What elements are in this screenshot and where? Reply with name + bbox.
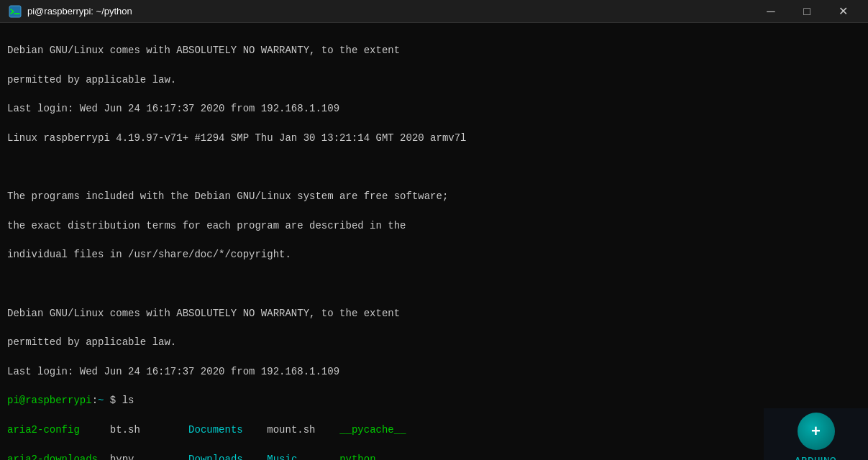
terminal-line-blank2	[7, 277, 861, 291]
terminal-line-2: permitted by applicable law.	[7, 73, 861, 87]
terminal-line-blank1	[7, 160, 861, 175]
terminal-body[interactable]: Debian GNU/Linux comes with ABSOLUTELY N…	[0, 23, 868, 460]
titlebar-title: pi@raspberrypi: ~/python	[27, 6, 132, 17]
terminal-ls-row2: aria2-downloads bypy Downloads Music pyt…	[7, 452, 861, 460]
arduino-logo: + ARDUINO 中文社区	[764, 408, 868, 460]
terminal-ls-row1: aria2-config bt.sh Documents mount.sh __…	[7, 423, 861, 437]
terminal-line-6: the exact distribution terms for each pr…	[7, 218, 861, 233]
terminal-prompt-ls: pi@raspberrypi:~ $ ls	[7, 393, 861, 408]
terminal-line-1: Debian GNU/Linux comes with ABSOLUTELY N…	[7, 43, 861, 58]
titlebar-controls: ─ □ ✕	[754, 0, 859, 23]
minimize-button[interactable]: ─	[754, 0, 787, 23]
terminal-line-5: The programs included with the Debian GN…	[7, 189, 861, 203]
arduino-circle: +	[798, 413, 835, 450]
arduino-brand: ARDUINO	[795, 456, 836, 460]
close-button[interactable]: ✕	[826, 0, 859, 23]
arduino-plus: +	[811, 422, 821, 441]
terminal-line-7: individual files in /usr/share/doc/*/cop…	[7, 247, 861, 262]
terminal-line-4: Linux raspberrypi 4.19.97-v71+ #1294 SMP…	[7, 131, 861, 145]
terminal-line-3: Last login: Wed Jun 24 16:17:37 2020 fro…	[7, 101, 861, 116]
terminal-line-9: permitted by applicable law.	[7, 335, 861, 349]
terminal-icon	[9, 5, 22, 18]
titlebar-left: pi@raspberrypi: ~/python	[9, 5, 132, 18]
maximize-button[interactable]: □	[790, 0, 823, 23]
terminal-line-10: Last login: Wed Jun 24 16:17:37 2020 fro…	[7, 364, 861, 379]
titlebar: pi@raspberrypi: ~/python ─ □ ✕	[0, 0, 868, 23]
arduino-text-block: ARDUINO 中文社区	[795, 456, 836, 460]
terminal-line-8: Debian GNU/Linux comes with ABSOLUTELY N…	[7, 306, 861, 321]
svg-rect-0	[9, 6, 21, 17]
